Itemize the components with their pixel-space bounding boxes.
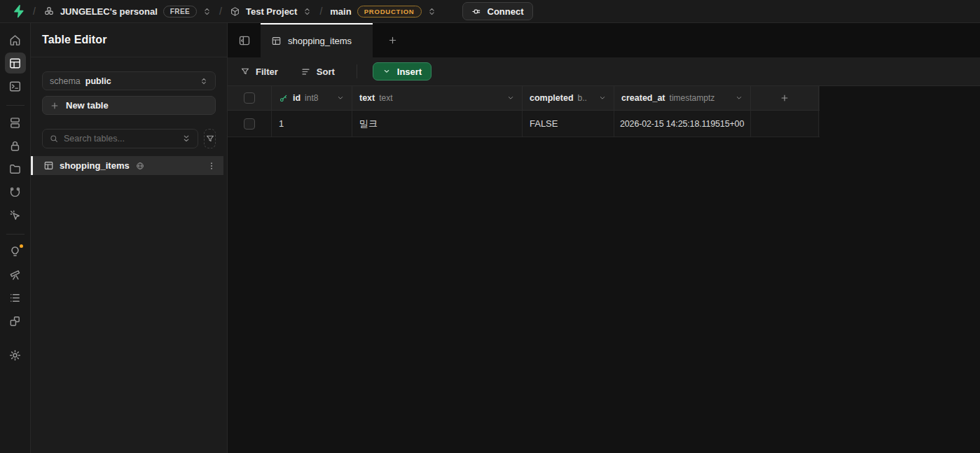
column-name: completed [530,93,574,103]
rail-divider [6,234,25,235]
branch-breadcrumb[interactable]: main PRODUCTION [330,6,436,18]
chevron-updown-icon [200,77,208,85]
plus-icon [780,93,789,103]
rail-item-edge-functions[interactable] [5,181,26,202]
table-icon [271,36,282,46]
page-title: Table Editor [42,34,106,46]
new-table-label: New table [66,100,109,111]
rail-item-logs[interactable] [5,287,26,308]
logs-list-icon [8,291,22,305]
toolbar-divider [357,64,357,78]
rail-item-project-settings[interactable] [5,344,26,365]
sort-label: Sort [317,67,335,77]
org-name: JUNGELEC's personal [60,6,158,17]
chevrons-double-down-icon[interactable] [181,134,191,144]
chevron-down-icon[interactable] [506,94,515,102]
search-tables-input[interactable] [64,134,177,144]
new-tab-button[interactable] [383,32,401,50]
sidebar-header: Table Editor [31,23,227,57]
column-type: b.. [578,93,587,103]
rail-item-table-editor[interactable] [5,53,26,74]
top-navigation-bar: / JUNGELEC's personal FREE / Test Projec… [0,0,980,23]
branch-selector-icon[interactable] [427,7,436,16]
rail-item-database[interactable] [5,112,26,133]
cell-completed[interactable]: FALSE [523,111,614,137]
rail-item-api-docs[interactable] [5,310,26,331]
add-column-button[interactable] [751,86,819,110]
org-selector-icon[interactable] [202,7,212,16]
rail-item-advisors[interactable] [5,241,26,262]
column-header-text[interactable]: text text [352,86,523,110]
table-row: 1 밀크 FALSE 2026-02-15 14:25:18.119515+00 [228,111,820,137]
tab-shopping-items[interactable]: shopping_items [261,23,373,57]
cell-id[interactable]: 1 [272,111,352,137]
branch-name: main [330,6,351,17]
connect-button[interactable]: Connect [462,2,533,20]
breadcrumb-separator: / [219,6,222,17]
column-header-id[interactable]: id int8 [272,86,352,110]
rail-item-storage[interactable] [5,158,26,179]
chevron-down-icon[interactable] [336,94,345,102]
column-header-created-at[interactable]: created_at timestamptz [614,86,751,110]
plus-icon [50,101,60,111]
filter-button[interactable]: Filter [240,67,278,77]
cell-empty [751,111,819,137]
supabase-logo[interactable] [11,4,25,18]
rail-item-realtime[interactable] [5,204,26,225]
storage-folder-icon [8,162,22,176]
chevron-down-icon[interactable] [735,94,743,102]
project-selector-icon[interactable] [303,7,312,16]
funnel-icon [240,67,250,76]
connect-label: Connect [488,6,524,17]
plus-icon [387,35,398,46]
edge-functions-icon [8,186,22,199]
rail-item-sql-editor[interactable] [5,76,26,97]
tables-list: shopping_items [31,156,223,175]
column-header-completed[interactable]: completed b.. [523,86,614,110]
column-name: text [359,93,375,103]
cell-created-at[interactable]: 2026-02-15 14:25:18.119515+00 [614,111,751,137]
project-breadcrumb[interactable]: Test Project [230,6,312,17]
api-docs-blocks-icon [8,314,22,328]
row-checkbox[interactable] [244,118,255,130]
rail-item-authentication[interactable] [5,135,26,156]
telescope-icon [8,268,22,281]
chevron-down-icon [382,67,391,76]
select-all-checkbox[interactable] [244,92,255,104]
cell-text[interactable]: 밀크 [352,111,523,137]
plan-badge: FREE [163,6,197,18]
insert-button[interactable]: Insert [373,62,432,81]
schema-select[interactable]: schema public [42,71,216,90]
table-item-menu-kebab-icon[interactable] [207,161,216,171]
panel-collapse-icon [238,34,251,47]
table-editor-sidebar: Table Editor schema public New table [31,23,228,453]
grid-header-row: id int8 text text completed b.. [228,86,820,111]
chevron-down-icon[interactable] [598,94,607,102]
environment-badge: PRODUCTION [357,6,422,18]
filter-tables-button[interactable] [204,129,216,148]
main-content: shopping_items Filter Sort [228,23,980,453]
organization-icon [43,6,55,17]
collapse-sidebar-button[interactable] [235,32,254,50]
globe-icon [135,161,145,171]
column-type: text [379,93,392,103]
org-breadcrumb[interactable]: JUNGELEC's personal FREE [43,6,212,18]
column-type: int8 [305,93,318,103]
project-name: Test Project [246,6,297,17]
rail-item-home[interactable] [5,29,26,50]
column-name: created_at [621,93,665,103]
column-name: id [293,93,301,103]
navigation-rail [0,23,31,453]
sidebar-item-shopping-items[interactable]: shopping_items [31,156,223,175]
sort-button[interactable]: Sort [301,67,335,77]
insert-label: Insert [397,67,422,77]
rail-divider [6,105,25,106]
funnel-icon [205,134,215,144]
new-table-button[interactable]: New table [42,96,216,115]
schema-select-label: schema [50,76,81,86]
sort-lines-icon [301,67,311,77]
rail-item-reports[interactable] [5,264,26,285]
filter-label: Filter [256,67,278,77]
database-icon [8,116,22,130]
sql-editor-icon [8,80,22,93]
